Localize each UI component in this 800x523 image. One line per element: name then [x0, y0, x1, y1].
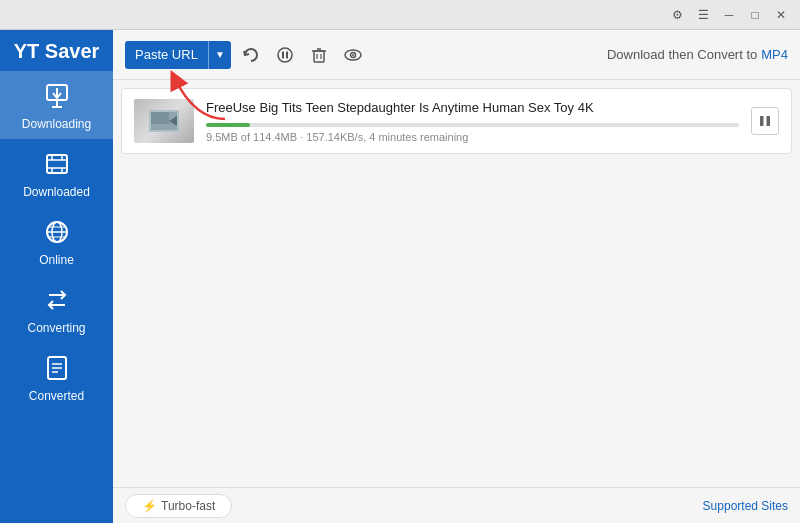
maximize-button[interactable]: □	[744, 4, 766, 26]
svg-rect-31	[760, 116, 764, 126]
sidebar-online-label: Online	[39, 253, 74, 267]
turbo-icon: ⚡	[142, 499, 157, 513]
convert-info: Download then Convert to MP4	[607, 47, 788, 62]
delete-button[interactable]	[305, 41, 333, 69]
globe-icon	[44, 219, 70, 249]
sidebar: YT Saver Downloading	[0, 30, 113, 523]
svg-rect-18	[282, 51, 284, 58]
undo-button[interactable]	[237, 41, 265, 69]
download-icon	[44, 83, 70, 113]
progress-bar-fill	[206, 123, 250, 127]
settings-button[interactable]: ⚙	[666, 4, 688, 26]
table-row: FreeUse Big Tits Teen Stepdaughter Is An…	[121, 88, 792, 154]
preview-button[interactable]	[339, 41, 367, 69]
close-button[interactable]: ✕	[770, 4, 792, 26]
title-bar-controls: ⚙ ☰ ─ □ ✕	[666, 4, 792, 26]
turbo-label: Turbo-fast	[161, 499, 215, 513]
svg-point-26	[352, 54, 354, 56]
minimize-button[interactable]: ─	[718, 4, 740, 26]
main-content: Paste URL ▼	[113, 30, 800, 523]
sidebar-converting-label: Converting	[27, 321, 85, 335]
sidebar-item-online[interactable]: Online	[0, 207, 113, 275]
svg-point-17	[278, 48, 292, 62]
thumbnail-image	[134, 99, 194, 143]
toolbar: Paste URL ▼	[113, 30, 800, 80]
paste-url-dropdown-icon: ▼	[208, 41, 231, 69]
app-container: YT Saver Downloading	[0, 30, 800, 523]
paste-url-button[interactable]: Paste URL ▼	[125, 41, 231, 69]
svg-rect-1	[47, 155, 67, 173]
download-info: FreeUse Big Tits Teen Stepdaughter Is An…	[206, 100, 739, 143]
film-icon	[44, 151, 70, 181]
download-title: FreeUse Big Tits Teen Stepdaughter Is An…	[206, 100, 739, 115]
app-logo: YT Saver	[0, 30, 113, 71]
title-bar: ⚙ ☰ ─ □ ✕	[0, 0, 800, 30]
sidebar-item-downloaded[interactable]: Downloaded	[0, 139, 113, 207]
progress-bar-background	[206, 123, 739, 127]
converted-icon	[44, 355, 70, 385]
turbo-fast-button[interactable]: ⚡ Turbo-fast	[125, 494, 232, 518]
bottom-bar: ⚡ Turbo-fast Supported Sites	[113, 487, 800, 523]
convert-format-link[interactable]: MP4	[761, 47, 788, 62]
sidebar-item-downloading[interactable]: Downloading	[0, 71, 113, 139]
convert-label: Download then Convert to	[607, 47, 757, 62]
sidebar-downloaded-label: Downloaded	[23, 185, 90, 199]
sidebar-item-converting[interactable]: Converting	[0, 275, 113, 343]
pause-download-button[interactable]	[751, 107, 779, 135]
paste-url-container: Paste URL ▼	[125, 41, 231, 69]
sidebar-downloading-label: Downloading	[22, 117, 91, 131]
svg-rect-32	[767, 116, 771, 126]
paste-url-label: Paste URL	[125, 47, 208, 62]
sidebar-item-converted[interactable]: Converted	[0, 343, 113, 411]
sidebar-converted-label: Converted	[29, 389, 84, 403]
menu-button[interactable]: ☰	[692, 4, 714, 26]
download-meta: 9.5MB of 114.4MB · 157.14KB/s, 4 minutes…	[206, 131, 739, 143]
svg-rect-19	[286, 51, 288, 58]
convert-icon	[44, 287, 70, 317]
svg-rect-20	[314, 51, 324, 62]
download-list: FreeUse Big Tits Teen Stepdaughter Is An…	[113, 80, 800, 487]
pause-all-button[interactable]	[271, 41, 299, 69]
thumbnail	[134, 99, 194, 143]
supported-sites-link[interactable]: Supported Sites	[703, 499, 788, 513]
svg-rect-29	[151, 112, 169, 124]
